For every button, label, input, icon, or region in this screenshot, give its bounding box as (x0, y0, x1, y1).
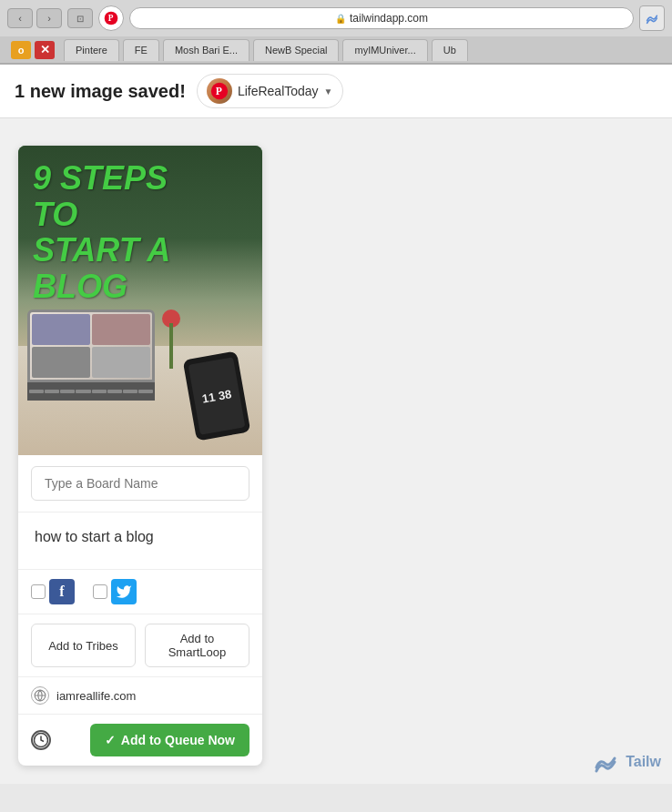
schedule-clock-icon[interactable] (31, 730, 51, 750)
url-text: tailwindapp.com (350, 12, 428, 25)
tailwind-text: Tailw (626, 754, 661, 770)
facebook-checkbox-group: f (31, 579, 75, 604)
flowers-decoration (153, 310, 189, 364)
pin-title-line2: TO (33, 197, 248, 233)
saved-message: 1 new image saved! (15, 81, 186, 102)
social-share-section: f (18, 570, 262, 614)
add-to-queue-button[interactable]: ✓ Add to Queue Now (90, 724, 249, 756)
address-bar[interactable]: 🔒 tailwindapp.com (129, 7, 634, 29)
tab-mosh-bari[interactable]: Mosh Bari E... (163, 39, 249, 61)
avatar-image: P (207, 78, 232, 104)
laptop-screen (27, 310, 155, 382)
avatar: P (207, 78, 232, 104)
nav-buttons: ‹ › (7, 8, 62, 28)
phone-screen: 11 38 (188, 357, 246, 434)
card-footer: ✓ Add to Queue Now (18, 715, 262, 766)
board-input-section (18, 455, 262, 513)
tailwind-watermark: Tailw (593, 751, 661, 773)
add-queue-label: Add to Queue Now (121, 733, 235, 747)
window-toggle[interactable]: ⊡ (67, 8, 93, 28)
tab-x[interactable]: ✕ (35, 41, 55, 59)
laptop-shape (27, 310, 155, 401)
pinterest-logo-icon: P (104, 11, 118, 25)
header-bar: 1 new image saved! P LifeRealToday ▼ (0, 65, 672, 118)
checkmark-icon: ✓ (105, 733, 116, 747)
tab-pintere[interactable]: Pintere (64, 39, 119, 61)
tailwind-logo-icon (593, 751, 622, 773)
tailwind-extension-icon[interactable] (639, 5, 665, 31)
pin-title-line1: 9 STEPS (33, 160, 248, 197)
main-content: 9 STEPS TO START A BLOG (0, 118, 672, 784)
board-suggestion-section: how to start a blog (18, 513, 262, 570)
source-url-text: iamreallife.com (56, 689, 136, 703)
back-button[interactable]: ‹ (7, 8, 33, 28)
chevron-down-icon: ▼ (324, 86, 333, 96)
svg-text:P: P (216, 86, 222, 97)
pinterest-icon-btn[interactable]: P (98, 5, 124, 31)
pin-image: 9 STEPS TO START A BLOG (18, 146, 262, 455)
laptop-keyboard (27, 382, 155, 401)
tab-ub[interactable]: Ub (432, 39, 468, 61)
board-suggestion-item[interactable]: how to start a blog (31, 522, 249, 553)
action-buttons-section: Add to Tribes Add to SmartLoop (18, 614, 262, 677)
facebook-icon: f (49, 579, 75, 604)
facebook-checkbox[interactable] (31, 584, 46, 599)
board-name-input[interactable] (31, 466, 249, 501)
account-selector[interactable]: P LifeRealToday ▼ (197, 74, 343, 108)
tab-special-group: o ✕ (4, 36, 62, 63)
svg-text:P: P (108, 14, 114, 23)
browser-chrome: ‹ › ⊡ P 🔒 tailwindapp.com o ✕ Pinter (0, 0, 672, 65)
browser-toolbar: ‹ › ⊡ P 🔒 tailwindapp.com (0, 0, 672, 36)
desk-scene: 11 38 (18, 255, 262, 455)
tailwind-icon (645, 11, 659, 25)
twitter-checkbox[interactable] (93, 584, 107, 599)
tab-myim[interactable]: myIMUniver... (342, 39, 427, 61)
twitter-checkbox-group (93, 579, 137, 604)
add-to-tribes-button[interactable]: Add to Tribes (31, 624, 136, 667)
twitter-icon (111, 579, 137, 604)
source-section: iamreallife.com (18, 677, 262, 715)
tabs-bar: o ✕ Pintere FE Mosh Bari E... NewB Speci… (0, 36, 672, 64)
tab-o[interactable]: o (11, 41, 31, 59)
tab-fe[interactable]: FE (123, 39, 159, 61)
account-name: LifeRealToday (238, 84, 319, 98)
pin-card: 9 STEPS TO START A BLOG (18, 146, 262, 766)
source-icon (31, 686, 49, 705)
forward-button[interactable]: › (36, 8, 62, 28)
add-to-smartloop-button[interactable]: Add to SmartLoop (145, 624, 249, 667)
tab-newb-special[interactable]: NewB Special (253, 39, 339, 61)
laptop-screen-content (30, 312, 152, 380)
lock-icon: 🔒 (335, 14, 346, 24)
